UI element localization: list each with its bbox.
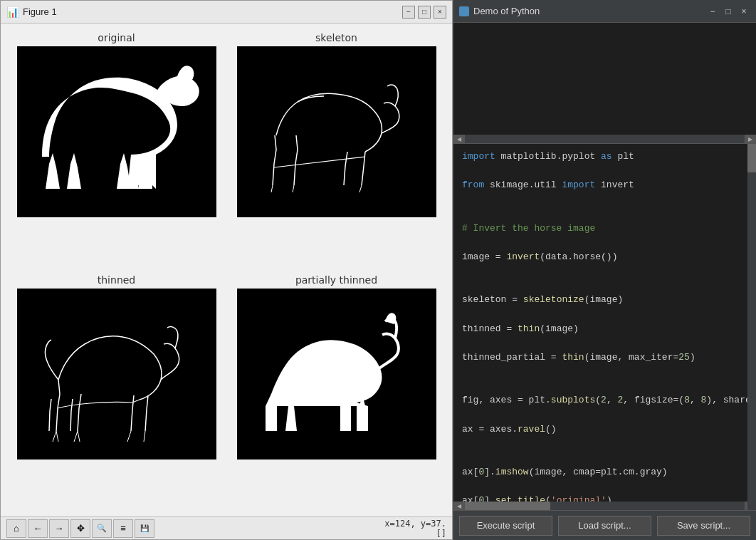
python-icon — [459, 6, 469, 16]
home-button[interactable]: ⌂ — [6, 519, 26, 538]
status-extra: [] — [436, 529, 446, 539]
back-button[interactable]: ← — [28, 519, 48, 538]
code-content[interactable]: import matplotlib.pyplot as plt from ski… — [453, 144, 756, 502]
plot-cell-original: original — [6, 29, 226, 271]
plot-cell-partial: partially thinned — [226, 271, 446, 514]
save-script-button[interactable]: Save script... — [657, 516, 750, 536]
python-title: Demo of Python — [473, 6, 540, 16]
svg-rect-1 — [237, 46, 436, 217]
save-icon: 💾 — [140, 524, 149, 532]
python-titlebar: Demo of Python − □ × — [453, 0, 756, 23]
python-window: Demo of Python − □ × ◀ ▶ import matplotl… — [453, 0, 756, 540]
plot-image-partial — [237, 289, 436, 459]
back-icon: ← — [33, 523, 43, 534]
editor-vertical-scrollbar[interactable] — [747, 144, 756, 510]
plot-label-original: original — [98, 32, 135, 43]
plot-image-original — [17, 46, 216, 217]
python-editor[interactable]: import matplotlib.pyplot as plt from ski… — [453, 144, 756, 510]
figure-minimize-button[interactable]: − — [402, 6, 415, 19]
figure-titlebar-controls: − □ × — [402, 6, 446, 19]
python-footer: Execute script Load script... Save scrip… — [453, 510, 756, 540]
svg-rect-2 — [17, 289, 216, 459]
load-script-button[interactable]: Load script... — [558, 516, 651, 536]
editor-scroll-left-button[interactable]: ◀ — [453, 502, 465, 510]
figure-maximize-button[interactable]: □ — [418, 6, 431, 19]
home-icon: ⌂ — [14, 523, 19, 534]
python-maximize-button[interactable]: □ — [722, 5, 735, 18]
figure-content: original skeleton — [1, 24, 452, 516]
figure-titlebar: 📊 Figure 1 − □ × — [1, 1, 452, 24]
forward-icon: → — [55, 523, 64, 534]
figure-close-button[interactable]: × — [434, 6, 446, 19]
coordinates-status: x=124, y=37. — [384, 519, 446, 529]
output-scroll-right-button[interactable]: ▶ — [745, 135, 756, 143]
python-minimize-button[interactable]: − — [706, 5, 719, 18]
zoom-button[interactable]: 🔍 — [92, 519, 112, 538]
figure-statusbar: ⌂ ← → ✥ 🔍 ≡ 💾 x=124, y=37. [] — [1, 516, 452, 539]
editor-horizontal-scrollbar: ◀ ▶ — [453, 502, 756, 510]
editor-scrollbar-thumb[interactable] — [747, 144, 756, 172]
figure-toolbar: ⌂ ← → ✥ 🔍 ≡ 💾 — [6, 519, 154, 538]
config-button[interactable]: ≡ — [113, 519, 133, 538]
editor-scroll-thumb[interactable] — [465, 502, 550, 510]
figure-icon: 📊 — [6, 6, 19, 18]
output-scroll-left-button[interactable]: ◀ — [453, 135, 465, 143]
figure-titlebar-left: 📊 Figure 1 — [6, 6, 57, 18]
figure-title: Figure 1 — [23, 6, 57, 17]
output-scroll-track[interactable] — [465, 135, 745, 143]
figure-window: 📊 Figure 1 − □ × original — [0, 0, 453, 540]
save-figure-button[interactable]: 💾 — [135, 519, 154, 538]
plot-label-thinned: thinned — [98, 274, 136, 286]
execute-script-button[interactable]: Execute script — [459, 516, 552, 536]
python-close-button[interactable]: × — [737, 5, 750, 18]
plot-image-skeleton — [237, 46, 436, 217]
python-output-area: ◀ ▶ — [453, 23, 756, 144]
plot-cell-skeleton: skeleton — [226, 29, 446, 271]
plot-label-skeleton: skeleton — [315, 32, 357, 43]
output-scrollbar: ◀ ▶ — [453, 135, 756, 143]
plot-label-partial: partially thinned — [295, 274, 377, 286]
move-button[interactable]: ✥ — [70, 519, 90, 538]
forward-button[interactable]: → — [49, 519, 69, 538]
plot-cell-thinned: thinned — [6, 271, 226, 514]
zoom-icon: 🔍 — [97, 524, 107, 533]
editor-scroll-track[interactable] — [465, 502, 745, 510]
python-titlebar-left: Demo of Python — [459, 6, 540, 16]
python-titlebar-controls: − □ × — [706, 5, 750, 18]
move-icon: ✥ — [77, 523, 85, 534]
config-icon: ≡ — [120, 523, 126, 534]
plot-image-thinned — [17, 289, 216, 459]
